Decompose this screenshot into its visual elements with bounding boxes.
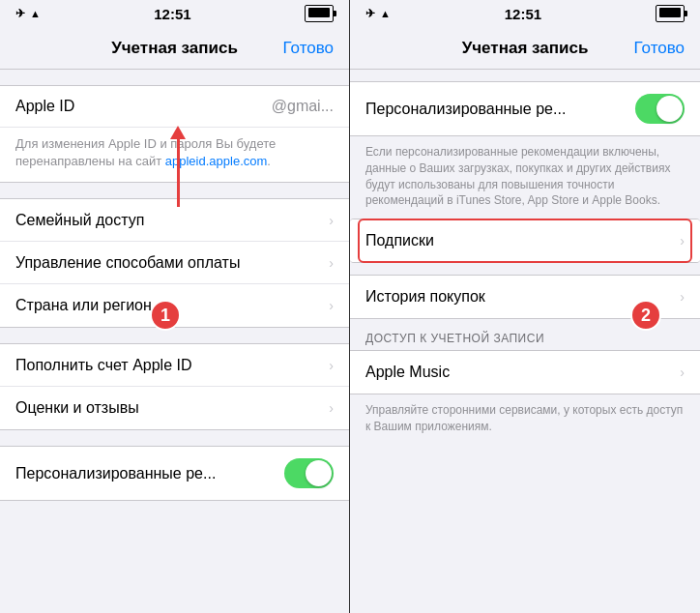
apple-music-label: Apple Music (365, 364, 450, 381)
battery-icon-2 (656, 5, 685, 22)
list-item-ratings-label: Оценки и отзывы (15, 399, 139, 417)
personalized-toggle-2[interactable] (635, 94, 685, 124)
apple-id-row[interactable]: Apple ID @gmai... (0, 86, 349, 128)
chevron-family-icon: › (329, 213, 334, 228)
airplane-icon: ✈ (15, 7, 25, 20)
content-2: Персонализированные ре... Если персонали… (350, 70, 700, 613)
personalized-row-2[interactable]: Персонализированные ре... (350, 81, 700, 136)
menu-section-2: Пополнить счет Apple ID › Оценки и отзыв… (0, 343, 349, 430)
apple-id-desc-suffix: . (267, 154, 271, 168)
chevron-country-icon: › (329, 298, 334, 313)
nav-title-1: Учетная запись (111, 39, 238, 58)
airplane-icon-2: ✈ (365, 7, 375, 20)
status-bar-1: ✈ ▲ 12:51 (0, 0, 349, 27)
list-item-payment[interactable]: Управление способами оплаты › (0, 242, 349, 284)
chevron-subscriptions-icon: › (680, 233, 685, 248)
nav-title-2: Учетная запись (462, 39, 589, 58)
toggle-section: Персонализированные ре... (0, 446, 349, 501)
status-left-1: ✈ ▲ (15, 7, 41, 20)
personalized-toggle-row[interactable]: Персонализированные ре... (0, 447, 349, 500)
personalized-label-2: Персонализированные ре... (365, 101, 566, 118)
purchase-history-label: История покупок (365, 288, 485, 306)
status-bar-2: ✈ ▲ 12:51 (350, 0, 700, 27)
chevron-purchase-icon: › (680, 289, 685, 305)
badge-1: 1 (150, 300, 181, 331)
apple-music-row[interactable]: Apple Music › (350, 351, 700, 394)
apple-music-desc: Управляйте сторонними сервисами, у котор… (350, 394, 700, 445)
list-item-topup-label: Пополнить счет Apple ID (15, 357, 192, 374)
personalized-toggle[interactable] (284, 458, 334, 488)
battery-icon (305, 5, 334, 22)
list-item-payment-label: Управление способами оплаты (15, 254, 240, 272)
chevron-topup-icon: › (329, 358, 334, 373)
status-left-2: ✈ ▲ (365, 7, 391, 20)
wifi-icon: ▲ (30, 8, 41, 19)
chevron-apple-music-icon: › (680, 365, 685, 380)
subscriptions-row[interactable]: Подписки › (350, 219, 700, 262)
chevron-ratings-icon: › (329, 400, 334, 416)
status-right-1 (305, 5, 334, 22)
list-item-ratings[interactable]: Оценки и отзывы › (0, 387, 349, 429)
time-display-1: 12:51 (154, 6, 190, 22)
subscriptions-label: Подписки (365, 232, 434, 249)
wifi-icon-2: ▲ (380, 8, 391, 19)
badge-2: 2 (630, 300, 661, 331)
chevron-payment-icon: › (329, 255, 334, 271)
subscriptions-container: Подписки › (350, 219, 700, 263)
list-item-topup[interactable]: Пополнить счет Apple ID › (0, 344, 349, 387)
list-item-country-label: Страна или регион (15, 297, 152, 314)
apple-music-section: Apple Music › (350, 350, 700, 394)
apple-id-label: Apple ID (15, 98, 74, 115)
nav-done-button-2[interactable]: Готово (634, 39, 685, 58)
subscriptions-section: Подписки › (350, 219, 700, 263)
list-item-family-label: Семейный доступ (15, 212, 144, 229)
arrow-annotation-1 (170, 126, 186, 207)
time-display-2: 12:51 (505, 6, 541, 22)
nav-done-button-1[interactable]: Готово (283, 39, 335, 58)
apple-id-value: @gmai... (272, 98, 334, 115)
personalized-desc-2: Если персонализированные рекомендации вк… (350, 136, 700, 219)
personalized-section-2: Персонализированные ре... Если персонали… (350, 81, 700, 219)
screen-2: ✈ ▲ 12:51 Назад Учетная запись Готово Пе… (350, 0, 700, 613)
status-right-2 (656, 5, 685, 22)
personalized-toggle-label: Персонализированные ре... (15, 465, 216, 482)
